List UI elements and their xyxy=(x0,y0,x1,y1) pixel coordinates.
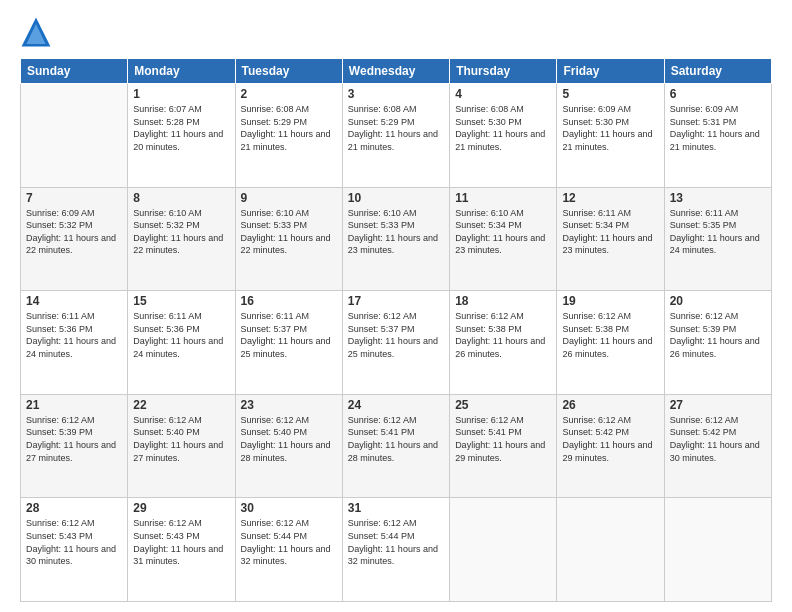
calendar-week-row: 21Sunrise: 6:12 AM Sunset: 5:39 PM Dayli… xyxy=(21,394,772,498)
day-number: 21 xyxy=(26,398,122,412)
calendar-cell xyxy=(21,84,128,188)
calendar-cell: 5Sunrise: 6:09 AM Sunset: 5:30 PM Daylig… xyxy=(557,84,664,188)
calendar-week-row: 7Sunrise: 6:09 AM Sunset: 5:32 PM Daylig… xyxy=(21,187,772,291)
day-number: 5 xyxy=(562,87,658,101)
day-number: 11 xyxy=(455,191,551,205)
weekday-header: Friday xyxy=(557,59,664,84)
day-info: Sunrise: 6:11 AM Sunset: 5:37 PM Dayligh… xyxy=(241,310,337,360)
day-info: Sunrise: 6:09 AM Sunset: 5:31 PM Dayligh… xyxy=(670,103,766,153)
day-info: Sunrise: 6:07 AM Sunset: 5:28 PM Dayligh… xyxy=(133,103,229,153)
day-info: Sunrise: 6:11 AM Sunset: 5:34 PM Dayligh… xyxy=(562,207,658,257)
calendar-cell: 25Sunrise: 6:12 AM Sunset: 5:41 PM Dayli… xyxy=(450,394,557,498)
day-info: Sunrise: 6:12 AM Sunset: 5:38 PM Dayligh… xyxy=(562,310,658,360)
calendar-cell: 19Sunrise: 6:12 AM Sunset: 5:38 PM Dayli… xyxy=(557,291,664,395)
day-number: 13 xyxy=(670,191,766,205)
calendar-cell xyxy=(557,498,664,602)
calendar-cell: 15Sunrise: 6:11 AM Sunset: 5:36 PM Dayli… xyxy=(128,291,235,395)
day-number: 22 xyxy=(133,398,229,412)
weekday-header: Saturday xyxy=(664,59,771,84)
day-info: Sunrise: 6:12 AM Sunset: 5:41 PM Dayligh… xyxy=(455,414,551,464)
calendar-cell: 30Sunrise: 6:12 AM Sunset: 5:44 PM Dayli… xyxy=(235,498,342,602)
calendar-cell: 3Sunrise: 6:08 AM Sunset: 5:29 PM Daylig… xyxy=(342,84,449,188)
day-number: 27 xyxy=(670,398,766,412)
day-info: Sunrise: 6:12 AM Sunset: 5:42 PM Dayligh… xyxy=(670,414,766,464)
day-number: 4 xyxy=(455,87,551,101)
calendar-cell: 21Sunrise: 6:12 AM Sunset: 5:39 PM Dayli… xyxy=(21,394,128,498)
calendar-cell: 17Sunrise: 6:12 AM Sunset: 5:37 PM Dayli… xyxy=(342,291,449,395)
day-info: Sunrise: 6:12 AM Sunset: 5:40 PM Dayligh… xyxy=(133,414,229,464)
calendar-cell: 4Sunrise: 6:08 AM Sunset: 5:30 PM Daylig… xyxy=(450,84,557,188)
day-info: Sunrise: 6:12 AM Sunset: 5:44 PM Dayligh… xyxy=(348,517,444,567)
calendar-cell: 14Sunrise: 6:11 AM Sunset: 5:36 PM Dayli… xyxy=(21,291,128,395)
calendar-cell: 18Sunrise: 6:12 AM Sunset: 5:38 PM Dayli… xyxy=(450,291,557,395)
calendar-cell: 2Sunrise: 6:08 AM Sunset: 5:29 PM Daylig… xyxy=(235,84,342,188)
calendar-week-row: 14Sunrise: 6:11 AM Sunset: 5:36 PM Dayli… xyxy=(21,291,772,395)
weekday-header: Monday xyxy=(128,59,235,84)
calendar-cell: 7Sunrise: 6:09 AM Sunset: 5:32 PM Daylig… xyxy=(21,187,128,291)
day-number: 15 xyxy=(133,294,229,308)
day-info: Sunrise: 6:12 AM Sunset: 5:39 PM Dayligh… xyxy=(670,310,766,360)
calendar-cell: 6Sunrise: 6:09 AM Sunset: 5:31 PM Daylig… xyxy=(664,84,771,188)
day-number: 29 xyxy=(133,501,229,515)
calendar-cell: 27Sunrise: 6:12 AM Sunset: 5:42 PM Dayli… xyxy=(664,394,771,498)
day-info: Sunrise: 6:09 AM Sunset: 5:32 PM Dayligh… xyxy=(26,207,122,257)
day-number: 24 xyxy=(348,398,444,412)
header xyxy=(20,16,772,48)
calendar-week-row: 28Sunrise: 6:12 AM Sunset: 5:43 PM Dayli… xyxy=(21,498,772,602)
calendar-cell: 29Sunrise: 6:12 AM Sunset: 5:43 PM Dayli… xyxy=(128,498,235,602)
calendar: SundayMondayTuesdayWednesdayThursdayFrid… xyxy=(20,58,772,602)
day-number: 30 xyxy=(241,501,337,515)
calendar-cell: 24Sunrise: 6:12 AM Sunset: 5:41 PM Dayli… xyxy=(342,394,449,498)
weekday-header: Tuesday xyxy=(235,59,342,84)
day-info: Sunrise: 6:10 AM Sunset: 5:32 PM Dayligh… xyxy=(133,207,229,257)
day-info: Sunrise: 6:10 AM Sunset: 5:33 PM Dayligh… xyxy=(241,207,337,257)
calendar-cell: 16Sunrise: 6:11 AM Sunset: 5:37 PM Dayli… xyxy=(235,291,342,395)
day-number: 25 xyxy=(455,398,551,412)
logo-icon xyxy=(20,16,52,48)
day-info: Sunrise: 6:08 AM Sunset: 5:29 PM Dayligh… xyxy=(348,103,444,153)
day-info: Sunrise: 6:10 AM Sunset: 5:33 PM Dayligh… xyxy=(348,207,444,257)
day-number: 26 xyxy=(562,398,658,412)
day-info: Sunrise: 6:11 AM Sunset: 5:36 PM Dayligh… xyxy=(26,310,122,360)
day-info: Sunrise: 6:12 AM Sunset: 5:42 PM Dayligh… xyxy=(562,414,658,464)
day-info: Sunrise: 6:11 AM Sunset: 5:36 PM Dayligh… xyxy=(133,310,229,360)
calendar-cell: 8Sunrise: 6:10 AM Sunset: 5:32 PM Daylig… xyxy=(128,187,235,291)
day-info: Sunrise: 6:12 AM Sunset: 5:39 PM Dayligh… xyxy=(26,414,122,464)
day-info: Sunrise: 6:12 AM Sunset: 5:38 PM Dayligh… xyxy=(455,310,551,360)
day-number: 19 xyxy=(562,294,658,308)
calendar-cell xyxy=(450,498,557,602)
day-number: 23 xyxy=(241,398,337,412)
calendar-cell xyxy=(664,498,771,602)
day-info: Sunrise: 6:08 AM Sunset: 5:29 PM Dayligh… xyxy=(241,103,337,153)
calendar-cell: 10Sunrise: 6:10 AM Sunset: 5:33 PM Dayli… xyxy=(342,187,449,291)
weekday-header: Wednesday xyxy=(342,59,449,84)
day-number: 12 xyxy=(562,191,658,205)
day-number: 6 xyxy=(670,87,766,101)
day-info: Sunrise: 6:12 AM Sunset: 5:44 PM Dayligh… xyxy=(241,517,337,567)
calendar-cell: 11Sunrise: 6:10 AM Sunset: 5:34 PM Dayli… xyxy=(450,187,557,291)
day-info: Sunrise: 6:10 AM Sunset: 5:34 PM Dayligh… xyxy=(455,207,551,257)
day-info: Sunrise: 6:11 AM Sunset: 5:35 PM Dayligh… xyxy=(670,207,766,257)
calendar-cell: 20Sunrise: 6:12 AM Sunset: 5:39 PM Dayli… xyxy=(664,291,771,395)
day-number: 16 xyxy=(241,294,337,308)
day-number: 20 xyxy=(670,294,766,308)
day-number: 7 xyxy=(26,191,122,205)
weekday-header: Sunday xyxy=(21,59,128,84)
weekday-header: Thursday xyxy=(450,59,557,84)
calendar-cell: 12Sunrise: 6:11 AM Sunset: 5:34 PM Dayli… xyxy=(557,187,664,291)
day-number: 17 xyxy=(348,294,444,308)
day-info: Sunrise: 6:12 AM Sunset: 5:37 PM Dayligh… xyxy=(348,310,444,360)
day-info: Sunrise: 6:12 AM Sunset: 5:43 PM Dayligh… xyxy=(26,517,122,567)
calendar-cell: 28Sunrise: 6:12 AM Sunset: 5:43 PM Dayli… xyxy=(21,498,128,602)
day-info: Sunrise: 6:08 AM Sunset: 5:30 PM Dayligh… xyxy=(455,103,551,153)
calendar-cell: 23Sunrise: 6:12 AM Sunset: 5:40 PM Dayli… xyxy=(235,394,342,498)
calendar-cell: 22Sunrise: 6:12 AM Sunset: 5:40 PM Dayli… xyxy=(128,394,235,498)
day-number: 28 xyxy=(26,501,122,515)
day-number: 1 xyxy=(133,87,229,101)
day-number: 9 xyxy=(241,191,337,205)
calendar-cell: 9Sunrise: 6:10 AM Sunset: 5:33 PM Daylig… xyxy=(235,187,342,291)
day-number: 10 xyxy=(348,191,444,205)
calendar-cell: 26Sunrise: 6:12 AM Sunset: 5:42 PM Dayli… xyxy=(557,394,664,498)
day-number: 18 xyxy=(455,294,551,308)
day-number: 31 xyxy=(348,501,444,515)
